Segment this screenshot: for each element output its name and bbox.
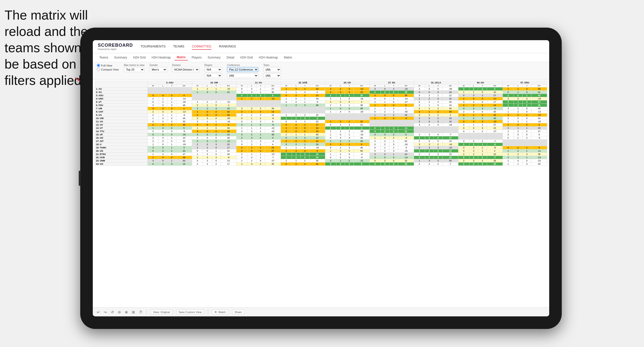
nav-rankings[interactable]: RANKINGS	[219, 43, 236, 50]
matrix-cell: 3	[458, 140, 469, 143]
matrix-cell: 3	[158, 110, 167, 113]
matrix-cell: 2	[292, 104, 300, 107]
matrix-cell: 1	[292, 91, 300, 94]
matrix-cell: 0	[425, 87, 434, 91]
undo-icon[interactable]: ↩	[97, 310, 100, 314]
fit-icon[interactable]: ⊞	[132, 310, 135, 314]
subnav-matrix2[interactable]: Matrix	[281, 55, 295, 60]
col-asu: 3. ASU	[147, 81, 192, 84]
matrix-content[interactable]: 3. ASU 10. UW 11. UA 22. UCB 24. UO 27. …	[93, 80, 549, 307]
matrix-cell	[503, 140, 514, 143]
matrix-cell: 1	[503, 87, 514, 91]
matrix-cell: 3	[236, 107, 247, 110]
matrix-cell: 3	[503, 107, 514, 110]
subnav-h2h-heatmap[interactable]: H2H Heatmap	[149, 55, 173, 60]
gender-select[interactable]: Men's	[149, 67, 167, 72]
subnav-teams[interactable]: Teams	[97, 55, 111, 60]
clock-icon[interactable]: ⏱	[139, 310, 142, 314]
conference-select[interactable]: Pac-12 Conference	[227, 67, 258, 72]
share-btn[interactable]: Share	[232, 310, 244, 315]
subnav-players[interactable]: Players	[189, 55, 204, 60]
matrix-cell: 1	[522, 94, 531, 97]
matrix-cell: 3	[469, 159, 478, 162]
team-select[interactable]: (All)	[263, 67, 281, 72]
subnav-detail[interactable]: Detail	[224, 55, 237, 60]
matrix-cell: 6	[354, 143, 369, 146]
logo-title: SCOREBOARD	[98, 43, 133, 48]
matrix-cell: 1	[236, 159, 247, 162]
division-select[interactable]: NCAA Division I	[172, 67, 199, 72]
matrix-cell: 48	[531, 107, 547, 110]
matrix-cell: 3	[203, 156, 212, 159]
matrix-cell: 2	[380, 143, 389, 146]
reset-icon[interactable]: ↺	[111, 310, 114, 314]
full-view-input[interactable]	[97, 64, 100, 67]
nav-teams[interactable]: TEAMS	[173, 43, 184, 50]
team-select2[interactable]: (All)	[263, 73, 281, 78]
zoom-out-icon[interactable]: ⊖	[118, 310, 121, 314]
matrix-cell: 1	[247, 97, 256, 100]
redo-icon[interactable]: ↪	[104, 310, 107, 314]
matrix-cell: 3	[325, 100, 336, 104]
sub-nav: Teams Summary H2H Grid H2H Heatmap Matri…	[93, 53, 549, 62]
subnav-h2h-heatmap2[interactable]: H2H Heatmap	[256, 55, 280, 60]
matrix-cell: 1	[325, 127, 336, 130]
matrix-cell: 2	[192, 104, 203, 107]
region-select2[interactable]: N/A	[204, 73, 222, 78]
matrix-cell: 1	[414, 159, 425, 162]
subnav-h2h-grid[interactable]: H2H Grid	[131, 55, 148, 60]
matrix-cell: 14	[487, 104, 503, 107]
matrix-cell: 0	[478, 91, 487, 94]
matrix-cell: 0	[212, 127, 220, 130]
matrix-cell: 0	[247, 130, 256, 133]
conference-select2[interactable]: (All)	[227, 73, 258, 78]
region-select[interactable]: N/A	[204, 67, 222, 72]
matrix-cell: 13	[309, 94, 325, 97]
col-uw: 10. UW	[192, 81, 236, 84]
matrix-cell: 1	[389, 146, 398, 149]
matrix-cell: 1	[389, 110, 398, 113]
matrix-cell: 3	[256, 110, 265, 113]
matrix-cell: 3	[434, 120, 442, 123]
matrix-cell: -24	[531, 156, 547, 159]
matrix-cell: 0	[522, 159, 531, 162]
view-original-btn[interactable]: View: Original	[151, 310, 172, 315]
matrix-cell: 2	[478, 104, 487, 107]
matrix-cell: 0	[389, 91, 398, 94]
nav-committee[interactable]: COMMITTEE	[192, 43, 211, 50]
matrix-cell: 2	[192, 140, 203, 143]
subnav-summary2[interactable]: Summary	[205, 55, 223, 60]
matrix-cell: 1	[147, 143, 158, 146]
row-header: 12. UV	[95, 123, 148, 127]
zoom-in-icon[interactable]: ⊕	[125, 310, 128, 314]
matrix-cell: 1	[300, 100, 309, 104]
compact-view-radio[interactable]: Compact View	[97, 68, 119, 71]
matrix-cell: 1	[503, 149, 514, 153]
matrix-cell: 1	[167, 146, 176, 149]
matrix-cell: 13	[398, 127, 414, 130]
matrix-cell: -6	[487, 143, 503, 146]
compact-view-input[interactable]	[97, 68, 100, 71]
matrix-cell: 1	[281, 91, 292, 94]
max-teams-select[interactable]: Top 25	[124, 67, 144, 72]
matrix-cell: 1	[158, 97, 167, 100]
matrix-cell: 22	[309, 120, 325, 123]
save-custom-btn[interactable]: Save Custom View	[176, 310, 204, 315]
subnav-h2h-grid2[interactable]: H2H Grid	[238, 55, 255, 60]
subnav-matrix[interactable]: Matrix	[174, 54, 188, 61]
matrix-cell: 1	[300, 143, 309, 146]
matrix-cell: 2	[425, 162, 434, 166]
matrix-cell	[522, 143, 531, 146]
watch-btn[interactable]: 👁 Watch	[212, 310, 228, 315]
matrix-cell: 0	[369, 110, 380, 113]
matrix-cell: 48	[176, 104, 192, 107]
full-view-radio[interactable]: Full View	[97, 64, 119, 67]
matrix-cell: 1	[203, 120, 212, 123]
matrix-cell: 1	[514, 136, 522, 140]
matrix-cell: -23	[265, 153, 281, 156]
nav-tournaments[interactable]: TOURNAMENTS	[140, 43, 166, 50]
matrix-cell: 2	[469, 153, 478, 156]
matrix-cell: 3	[256, 140, 265, 143]
subnav-summary[interactable]: Summary	[112, 55, 129, 60]
matrix-cell: 0	[212, 140, 220, 143]
